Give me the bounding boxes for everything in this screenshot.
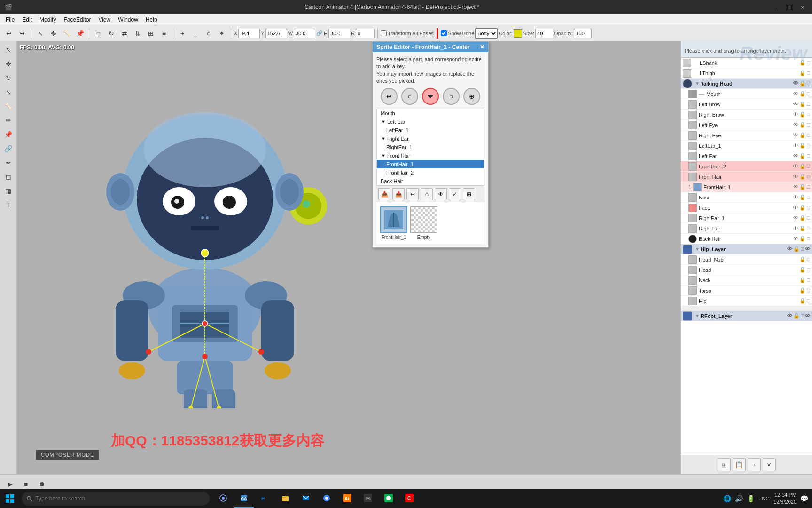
move-tool[interactable]: ✥ bbox=[47, 27, 60, 40]
layer-row-rfoot-layer[interactable]: ▼ RFoot_Layer 👁 🔒 □ 👁 bbox=[681, 311, 812, 321]
tree-item-left-ear[interactable]: ▼ Left Ear bbox=[377, 118, 484, 126]
sprite-tb-btn4[interactable]: ⚠ bbox=[421, 188, 433, 200]
tree-item-mouth[interactable]: Mouth bbox=[377, 109, 484, 118]
sprite-icon-2[interactable]: ○ bbox=[401, 88, 418, 105]
transform-all-checkbox[interactable] bbox=[381, 30, 387, 36]
layer-row-left-brow[interactable]: Left Brow 👁 🔒 □ bbox=[681, 99, 812, 110]
maximize-button[interactable]: □ bbox=[785, 2, 794, 12]
layer-row-left-ear[interactable]: Left Ear 👁 🔒 □ bbox=[681, 151, 812, 161]
sprite-icon-4[interactable]: ○ bbox=[443, 88, 460, 105]
sprite-editor-close[interactable]: ✕ bbox=[480, 44, 484, 50]
sidebar-link-icon[interactable]: 🔗 bbox=[2, 142, 15, 155]
sprite-tb-btn6[interactable]: ✓ bbox=[449, 188, 461, 200]
sprite-tb-btn7[interactable]: ⊞ bbox=[463, 188, 475, 200]
taskbar-app-app1[interactable]: 🎮 bbox=[358, 489, 378, 508]
layer-list[interactable]: LShank 🔒 □ LThigh 🔒 □ ▼ Tal bbox=[681, 58, 812, 455]
taskbar-app-mail[interactable] bbox=[296, 489, 316, 508]
layer-vis-icon[interactable]: □ bbox=[807, 60, 810, 66]
show-bone-checkbox[interactable] bbox=[441, 30, 447, 36]
sprite-tree[interactable]: Mouth ▼ Left Ear LeftEar_1 ▼ Right Ear R… bbox=[376, 109, 484, 186]
remove-tool[interactable]: – bbox=[189, 27, 202, 40]
layer-row-face[interactable]: Face 👁 🔒 □ bbox=[681, 203, 812, 213]
tree-item-right-ear[interactable]: ▼ Right Ear bbox=[377, 135, 484, 143]
tray-notification-icon[interactable]: 💬 bbox=[800, 495, 808, 502]
sprite-icon-5[interactable]: ⊕ bbox=[463, 88, 480, 105]
taskbar-search-input[interactable] bbox=[35, 495, 205, 502]
flip-v-tool[interactable]: ⇅ bbox=[132, 27, 144, 40]
sidebar-pin-icon[interactable]: 📌 bbox=[2, 128, 15, 141]
layer-row-head-nub[interactable]: Head_Nub 🔒 □ bbox=[681, 254, 812, 265]
sidebar-text-icon[interactable]: T bbox=[2, 198, 15, 212]
layer-delete-button[interactable]: × bbox=[763, 458, 776, 471]
taskbar-app-edge[interactable]: e bbox=[255, 489, 274, 508]
taskbar-start-button[interactable] bbox=[0, 489, 20, 508]
pin-tool[interactable]: 📌 bbox=[74, 27, 86, 40]
taskbar-app-chrome[interactable] bbox=[317, 489, 336, 508]
taskbar-lang[interactable]: ENG bbox=[758, 496, 770, 501]
x-input[interactable] bbox=[238, 29, 260, 38]
taskbar-app-files[interactable] bbox=[275, 489, 295, 508]
layer-row-left-eye[interactable]: Left Eye 👁 🔒 □ bbox=[681, 120, 812, 130]
taskbar-search-bar[interactable] bbox=[22, 492, 210, 506]
layer-row-torso[interactable]: Torso 🔒 □ bbox=[681, 286, 812, 296]
play-button[interactable]: ▶ bbox=[4, 478, 16, 490]
menu-edit[interactable]: Edit bbox=[18, 16, 36, 24]
sprite-tb-btn3[interactable]: ↩ bbox=[406, 188, 419, 200]
rotate-tool[interactable]: ↻ bbox=[105, 27, 117, 40]
layer-row-fronthair1[interactable]: 1 FrontHair_1 👁 🔒 □ bbox=[681, 182, 812, 192]
undo-button[interactable]: ↩ bbox=[3, 27, 15, 40]
stop-button[interactable]: ■ bbox=[20, 478, 32, 490]
align-tool[interactable]: ≡ bbox=[158, 27, 170, 40]
menu-help[interactable]: Help bbox=[142, 16, 161, 24]
layer-row-hip-layer[interactable]: ▼ Hip_Layer 👁 🔒 □ 👁 bbox=[681, 244, 812, 254]
opacity-input[interactable] bbox=[574, 29, 592, 38]
sprite-asset-empty[interactable]: Empty bbox=[410, 206, 437, 240]
layer-row-back-hair[interactable]: Back Hair 👁 🔒 □ bbox=[681, 234, 812, 244]
menu-file[interactable]: File bbox=[2, 16, 18, 24]
layer-plus-button[interactable]: + bbox=[748, 458, 761, 471]
minimize-button[interactable]: – bbox=[772, 2, 781, 12]
menu-faceeditor[interactable]: FaceEditor bbox=[60, 16, 94, 24]
sidebar-bone-icon[interactable]: 🦴 bbox=[2, 100, 15, 113]
layer-add-button[interactable]: ⊞ bbox=[718, 458, 731, 471]
tree-item-fronthair1[interactable]: FrontHair_1 bbox=[377, 160, 484, 168]
sprite-tb-btn2[interactable]: 📤 bbox=[392, 188, 405, 200]
layer-row-lthigh[interactable]: LThigh 🔒 □ bbox=[681, 68, 812, 79]
taskbar-app-task-view[interactable] bbox=[213, 489, 233, 508]
sidebar-fill-icon[interactable]: ▦ bbox=[2, 184, 15, 198]
size-input[interactable] bbox=[535, 29, 553, 38]
close-button[interactable]: × bbox=[798, 2, 807, 12]
rect-tool[interactable]: ▭ bbox=[92, 27, 104, 40]
tray-volume-icon[interactable]: 🔊 bbox=[735, 495, 743, 502]
sidebar-scale-icon[interactable]: ⤡ bbox=[2, 86, 15, 99]
redo-button[interactable]: ↪ bbox=[16, 27, 28, 40]
w-input[interactable] bbox=[294, 29, 315, 38]
sprite-asset-fronthair1[interactable]: FrontHair_1 bbox=[380, 206, 407, 240]
sprite-icon-3[interactable]: ❤ bbox=[422, 88, 439, 105]
select-tool[interactable]: ↖ bbox=[34, 27, 47, 40]
layer-row-talking-head[interactable]: ▼ Talking Head 👁 🔒 □ bbox=[681, 79, 812, 89]
tray-network-icon[interactable]: 🌐 bbox=[723, 495, 731, 502]
distribute-tool[interactable]: ⊞ bbox=[145, 27, 157, 40]
sidebar-edit-icon[interactable]: ✏ bbox=[2, 114, 15, 127]
sidebar-eraser-icon[interactable]: ◻ bbox=[2, 170, 15, 183]
tree-item-back-hair[interactable]: Back Hair bbox=[377, 177, 484, 185]
sprite-icon-1[interactable]: ↩ bbox=[381, 88, 398, 105]
layer-row-hip[interactable]: Hip 🔒 □ bbox=[681, 296, 812, 306]
layer-row-right-brow[interactable]: Right Brow 👁 🔒 □ bbox=[681, 110, 812, 120]
window-controls[interactable]: – □ × bbox=[772, 2, 807, 12]
sprite-tb-btn5[interactable]: 👁 bbox=[435, 188, 447, 200]
layer-row-right-ear[interactable]: Right Ear 👁 🔒 □ bbox=[681, 223, 812, 234]
sidebar-draw-icon[interactable]: ✒ bbox=[2, 156, 15, 169]
layer-row-front-hair[interactable]: Front Hair 👁 🔒 □ bbox=[681, 172, 812, 182]
tree-item-fronthair2[interactable]: FrontHair_2 bbox=[377, 168, 484, 177]
layer-row-neck[interactable]: Neck 🔒 □ bbox=[681, 275, 812, 286]
y-input[interactable] bbox=[265, 29, 287, 38]
tree-item-rightear1[interactable]: RightEar_1 bbox=[377, 143, 484, 151]
layer-row-head[interactable]: Head 🔒 □ bbox=[681, 265, 812, 275]
add-tool[interactable]: + bbox=[176, 27, 188, 40]
star-tool[interactable]: ✦ bbox=[216, 27, 228, 40]
taskbar-app-ca4[interactable]: CA bbox=[234, 489, 254, 508]
layer-row-right-eye[interactable]: Right Eye 👁 🔒 □ bbox=[681, 130, 812, 141]
tree-item-front-hair[interactable]: ▼ Front Hair bbox=[377, 151, 484, 160]
